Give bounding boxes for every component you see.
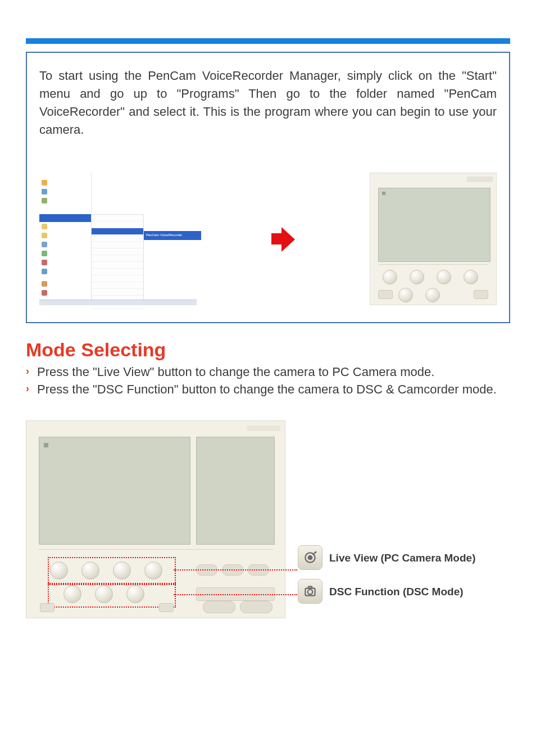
svg-rect-5 <box>308 586 312 588</box>
svg-point-4 <box>308 590 313 595</box>
round-button <box>63 585 81 603</box>
round-button <box>398 288 413 302</box>
round-button <box>50 562 68 580</box>
leader-line <box>174 594 297 595</box>
round-button <box>437 270 451 284</box>
start-menu-screenshot: Programs <box>39 173 197 305</box>
round-button <box>126 585 144 603</box>
svg-point-1 <box>308 556 312 560</box>
top-rule <box>26 38 510 44</box>
manager-window-small <box>370 173 497 305</box>
arrow-right-icon <box>271 223 295 255</box>
round-button <box>95 585 113 603</box>
round-button <box>383 270 397 284</box>
bullet-text: Press the "Live View" button to change t… <box>37 363 510 381</box>
round-button <box>410 270 424 284</box>
bullet-item: › Press the "DSC Function" button to cha… <box>26 381 510 398</box>
oval-button <box>240 601 272 613</box>
tray-button <box>40 603 54 612</box>
round-button <box>425 288 440 302</box>
live-view-icon <box>298 545 322 570</box>
bullet-text: Press the "DSC Function" button to chang… <box>37 381 510 398</box>
intro-box: To start using the PenCam VoiceRecorder … <box>26 52 510 323</box>
intro-text: To start using the PenCam VoiceRecorder … <box>39 69 497 137</box>
round-button <box>464 270 478 284</box>
callouts-column: Live View (PC Camera Mode) DSC Function … <box>298 420 510 618</box>
dsc-function-icon <box>298 579 322 604</box>
illustration-row: Programs <box>39 173 497 305</box>
manager-window-large <box>26 420 285 618</box>
start-menu-flyout-selected: PenCam VoiceRecorder <box>144 231 201 240</box>
bullet-list: › Press the "Live View" button to change… <box>26 363 510 398</box>
round-button <box>113 562 131 580</box>
live-view-label: Live View (PC Camera Mode) <box>329 552 475 564</box>
chevron-right-icon: › <box>26 382 34 398</box>
tray-button <box>378 290 393 299</box>
leader-line <box>174 569 297 571</box>
chevron-right-icon: › <box>26 364 34 381</box>
round-button <box>81 562 99 580</box>
round-button <box>144 562 162 580</box>
section-heading: Mode Selecting <box>26 339 510 361</box>
dsc-function-label: DSC Function (DSC Mode) <box>329 586 464 598</box>
svg-point-2 <box>315 551 316 553</box>
oval-button <box>203 601 235 613</box>
tray-button <box>474 290 488 299</box>
bullet-item: › Press the "Live View" button to change… <box>26 363 510 381</box>
tray-button <box>159 603 174 612</box>
